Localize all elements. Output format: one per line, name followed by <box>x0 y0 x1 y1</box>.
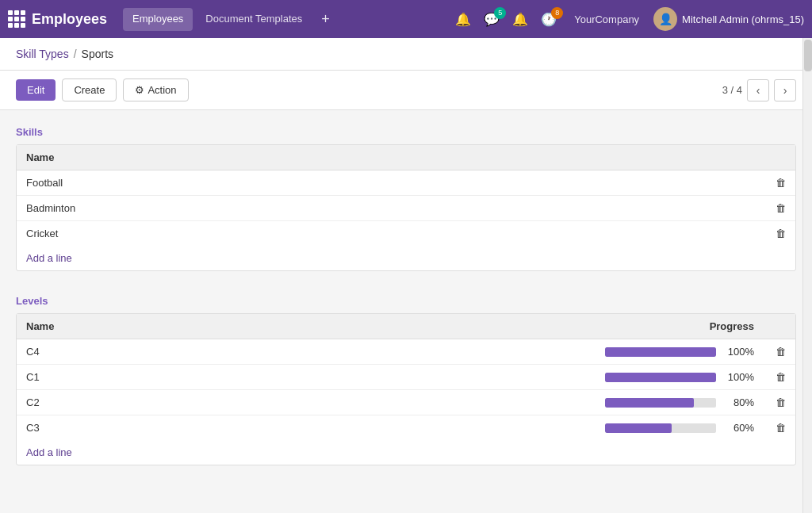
progress-bar-c2 <box>605 398 716 408</box>
delete-c4-button[interactable]: 🗑 <box>764 339 795 365</box>
pager-info: 3 / 4 <box>722 84 742 96</box>
breadcrumb-current: Sports <box>82 48 113 60</box>
delete-badminton-button[interactable]: 🗑 <box>764 196 795 221</box>
delete-c1-button[interactable]: 🗑 <box>764 365 795 390</box>
nav-icons: 🔔 💬 5 🔔 🕐 8 <box>452 9 560 30</box>
grid-icon <box>8 10 25 28</box>
levels-table: Name Progress C4 <box>17 314 795 440</box>
progress-bar-c3 <box>605 423 716 433</box>
chat-icon-button[interactable]: 💬 5 <box>481 9 503 30</box>
clock-icon-button[interactable]: 🕐 8 <box>538 9 560 30</box>
skill-name-cricket: Cricket <box>17 221 764 247</box>
level-progress-c4: 100% <box>175 339 764 365</box>
table-row: Cricket 🗑 <box>17 221 795 247</box>
level-progress-c2: 80% <box>175 390 764 415</box>
delete-cricket-button[interactable]: 🗑 <box>764 221 795 247</box>
levels-section: Levels Name Progress C4 <box>16 295 796 465</box>
table-row: Badminton 🗑 <box>17 196 795 221</box>
create-button[interactable]: Create <box>62 78 117 101</box>
skills-add-line[interactable]: Add a line <box>17 246 795 270</box>
nav-link-document-templates[interactable]: Document Templates <box>196 8 312 31</box>
pager-next-button[interactable]: › <box>774 79 796 101</box>
nav-links: Employees Document Templates + <box>123 8 444 31</box>
scrollbar-thumb[interactable] <box>804 40 812 71</box>
skill-name-football: Football <box>17 170 764 196</box>
user-menu[interactable]: 👤 Mitchell Admin (ohrms_15) <box>653 7 804 31</box>
levels-col-actions <box>764 314 795 339</box>
levels-table-container: Name Progress C4 <box>16 313 796 465</box>
toolbar: Edit Create ⚙ Action 3 / 4 ‹ › <box>0 71 812 110</box>
app-brand[interactable]: Employees <box>8 10 107 28</box>
action-label: Action <box>147 84 176 96</box>
breadcrumb: Skill Types / Sports <box>0 38 812 71</box>
scrollbar-track[interactable] <box>802 38 812 513</box>
action-gear-icon: ⚙ <box>135 84 144 96</box>
edit-button[interactable]: Edit <box>16 79 56 101</box>
table-row: Football 🗑 <box>17 170 795 196</box>
breadcrumb-parent[interactable]: Skill Types <box>16 48 69 60</box>
user-avatar: 👤 <box>653 7 677 31</box>
alert-icon-button[interactable]: 🔔 <box>509 9 531 30</box>
level-progress-c1: 100% <box>175 365 764 390</box>
table-row: C3 60% 🗑 <box>17 415 795 441</box>
level-name-c4: C4 <box>17 339 175 365</box>
level-name-c2: C2 <box>17 390 175 415</box>
table-row: C4 100% 🗑 <box>17 339 795 365</box>
levels-section-label: Levels <box>16 295 796 307</box>
top-navigation: Employees Employees Document Templates +… <box>0 0 812 38</box>
pager-prev-button[interactable]: ‹ <box>747 79 769 101</box>
delete-c2-button[interactable]: 🗑 <box>764 390 795 415</box>
delete-c3-button[interactable]: 🗑 <box>764 415 795 441</box>
skill-name-badminton: Badminton <box>17 196 764 221</box>
bell-icon-button[interactable]: 🔔 <box>452 9 474 30</box>
level-progress-c3: 60% <box>175 415 764 441</box>
delete-football-button[interactable]: 🗑 <box>764 170 795 196</box>
alert-icon: 🔔 <box>512 13 528 26</box>
progress-fill-c3 <box>605 423 672 433</box>
table-row: C2 80% 🗑 <box>17 390 795 415</box>
progress-pct-c2: 80% <box>724 396 754 408</box>
brand-label: Employees <box>32 11 107 28</box>
table-row: C1 100% 🗑 <box>17 365 795 390</box>
breadcrumb-separator: / <box>74 48 77 60</box>
progress-pct-c4: 100% <box>724 346 754 358</box>
level-name-c1: C1 <box>17 365 175 390</box>
skills-col-name: Name <box>17 145 764 170</box>
progress-pct-c1: 100% <box>724 371 754 383</box>
nav-add-button[interactable]: + <box>315 8 336 31</box>
progress-fill-c1 <box>605 373 716 382</box>
level-name-c3: C3 <box>17 415 175 441</box>
main-content: Skills Name Football 🗑 <box>0 110 812 513</box>
bell-icon: 🔔 <box>455 13 471 26</box>
skills-table: Name Football 🗑 Badminton 🗑 <box>17 145 795 246</box>
progress-bar-c1 <box>605 373 716 382</box>
progress-pct-c3: 60% <box>724 422 754 434</box>
action-button[interactable]: ⚙ Action <box>123 78 188 101</box>
levels-col-name: Name <box>17 314 175 339</box>
levels-add-line[interactable]: Add a line <box>17 440 795 465</box>
user-name: Mitchell Admin (ohrms_15) <box>682 13 804 25</box>
progress-fill-c2 <box>605 398 694 408</box>
skills-section-label: Skills <box>16 126 796 138</box>
skills-table-container: Name Football 🗑 Badminton 🗑 <box>16 144 796 271</box>
skills-section: Skills Name Football 🗑 <box>16 126 796 271</box>
pager: 3 / 4 ‹ › <box>722 79 796 101</box>
nav-link-employees[interactable]: Employees <box>123 8 193 31</box>
levels-col-progress: Progress <box>175 314 764 339</box>
clock-badge: 8 <box>551 7 563 19</box>
progress-bar-c4 <box>605 347 716 357</box>
chat-badge: 5 <box>494 7 506 19</box>
skills-col-actions <box>764 145 795 170</box>
progress-fill-c4 <box>605 347 716 357</box>
company-name[interactable]: YourCompany <box>568 13 645 25</box>
